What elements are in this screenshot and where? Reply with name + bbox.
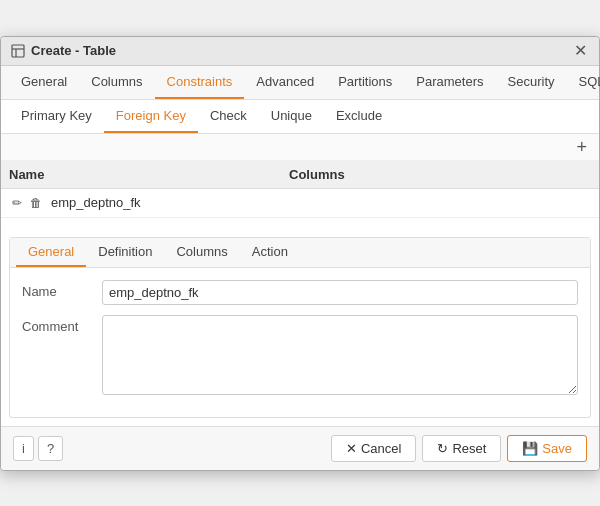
delete-row-button[interactable]: 🗑 <box>27 195 45 211</box>
tab-constraints[interactable]: Constraints <box>155 66 245 99</box>
table-icon <box>11 44 25 58</box>
detail-tab-general[interactable]: General <box>16 238 86 267</box>
edit-row-button[interactable]: ✏ <box>9 195 25 211</box>
dialog-titlebar: Create - Table ✕ <box>1 37 599 66</box>
name-label: Name <box>22 280 102 299</box>
save-button[interactable]: 💾 Save <box>507 435 587 462</box>
sub-tabs: Primary Key Foreign Key Check Unique Exc… <box>1 100 599 134</box>
constraints-table-header: Name Columns <box>1 161 599 189</box>
create-table-dialog: Create - Table ✕ General Columns Constra… <box>0 36 600 471</box>
main-tabs: General Columns Constraints Advanced Par… <box>1 66 599 100</box>
footer-right: ✕ Cancel ↻ Reset 💾 Save <box>331 435 587 462</box>
help-button[interactable]: ? <box>38 436 63 461</box>
detail-tabs: General Definition Columns Action <box>10 238 590 268</box>
tab-advanced[interactable]: Advanced <box>244 66 326 99</box>
save-icon: 💾 <box>522 441 538 456</box>
subtab-exclude[interactable]: Exclude <box>324 100 394 133</box>
svg-rect-0 <box>12 45 24 57</box>
footer-left: i ? <box>13 436 63 461</box>
dialog-title-text: Create - Table <box>31 43 116 58</box>
subtab-check[interactable]: Check <box>198 100 259 133</box>
tab-security[interactable]: Security <box>496 66 567 99</box>
comment-label: Comment <box>22 315 102 334</box>
detail-tab-action[interactable]: Action <box>240 238 300 267</box>
content-area: + Name Columns ✏ 🗑 emp_deptno_fk General… <box>1 134 599 426</box>
save-label: Save <box>542 441 572 456</box>
table-row: ✏ 🗑 emp_deptno_fk <box>1 189 599 218</box>
row-actions: ✏ 🗑 <box>9 195 45 211</box>
detail-tab-definition[interactable]: Definition <box>86 238 164 267</box>
subtab-primary-key[interactable]: Primary Key <box>9 100 104 133</box>
dialog-title: Create - Table <box>11 43 116 58</box>
tab-columns[interactable]: Columns <box>79 66 154 99</box>
detail-tab-columns[interactable]: Columns <box>164 238 239 267</box>
name-input[interactable] <box>102 280 578 305</box>
constraints-table-body: ✏ 🗑 emp_deptno_fk <box>1 189 599 229</box>
comment-form-row: Comment <box>22 315 578 395</box>
tab-partitions[interactable]: Partitions <box>326 66 404 99</box>
dialog-footer: i ? ✕ Cancel ↻ Reset 💾 Save <box>1 426 599 470</box>
cancel-label: Cancel <box>361 441 401 456</box>
detail-panel: General Definition Columns Action Name C… <box>9 237 591 418</box>
cancel-icon: ✕ <box>346 441 357 456</box>
info-button[interactable]: i <box>13 436 34 461</box>
header-columns: Columns <box>289 167 591 182</box>
cancel-button[interactable]: ✕ Cancel <box>331 435 416 462</box>
toolbar-row: + <box>1 134 599 161</box>
detail-content: Name Comment <box>10 268 590 417</box>
row-constraint-name: emp_deptno_fk <box>51 195 591 210</box>
name-form-row: Name <box>22 280 578 305</box>
add-row-button[interactable]: + <box>572 138 591 156</box>
header-name: Name <box>9 167 289 182</box>
reset-label: Reset <box>452 441 486 456</box>
subtab-unique[interactable]: Unique <box>259 100 324 133</box>
reset-icon: ↻ <box>437 441 448 456</box>
tab-general[interactable]: General <box>9 66 79 99</box>
tab-parameters[interactable]: Parameters <box>404 66 495 99</box>
close-button[interactable]: ✕ <box>572 43 589 59</box>
comment-textarea[interactable] <box>102 315 578 395</box>
tab-sql[interactable]: SQL <box>567 66 601 99</box>
reset-button[interactable]: ↻ Reset <box>422 435 501 462</box>
subtab-foreign-key[interactable]: Foreign Key <box>104 100 198 133</box>
